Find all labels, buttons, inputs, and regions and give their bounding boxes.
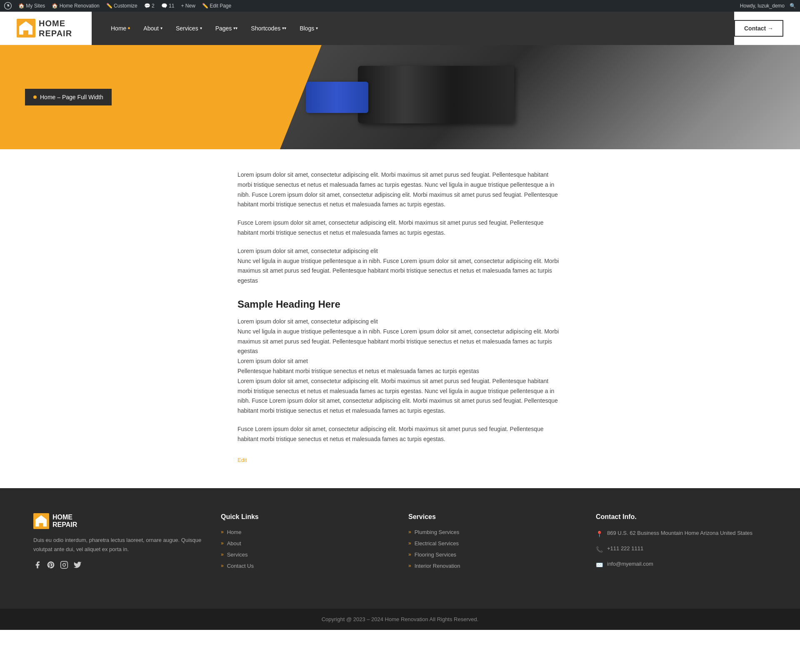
footer-link-electrical[interactable]: » Electrical Services xyxy=(408,540,579,547)
chevron-icon: » xyxy=(408,540,411,546)
instagram-icon xyxy=(60,561,68,569)
content-para-3: Lorem ipsum dolor sit amet, consectetur … xyxy=(238,246,562,286)
social-facebook[interactable] xyxy=(33,561,42,570)
pinterest-icon xyxy=(47,561,55,569)
footer-quick-links-list: » Home » About » Services xyxy=(221,529,392,569)
footer-quick-link-home: » Home xyxy=(221,529,392,535)
admin-bar: 🏠 My Sites 🏠 Home Renovation ✏️ Customiz… xyxy=(0,0,800,12)
footer-logo: HOME REPAIR xyxy=(33,513,204,529)
nav-services-arrow: ▾ xyxy=(200,26,202,30)
content-para-1: Lorem ipsum dolor sit amet, consectetur … xyxy=(238,170,562,210)
footer-link-plumbing[interactable]: » Plumbing Services xyxy=(408,529,579,535)
admin-bar-home-renovation[interactable]: 🏠 Home Renovation xyxy=(52,3,99,9)
contact-button[interactable]: Contact → xyxy=(734,20,783,37)
svg-rect-6 xyxy=(61,561,68,568)
footer-link-services[interactable]: » Services xyxy=(221,552,392,558)
footer-social xyxy=(33,561,204,570)
chevron-icon: » xyxy=(221,529,224,535)
nav-services[interactable]: Services▾ xyxy=(169,12,209,45)
chevron-icon: » xyxy=(408,552,411,557)
copyright-text: Copyright @ 2023 – 2024 Home Renovation … xyxy=(322,616,479,622)
nav-shortcodes[interactable]: Shortcodes▾▾ xyxy=(244,12,293,45)
footer-contact-phone: 📞 +111 222 1111 xyxy=(596,544,767,554)
site-logo[interactable]: HOME REPAIR xyxy=(17,18,92,38)
social-instagram[interactable] xyxy=(60,561,68,570)
admin-bar-customize[interactable]: ✏️ Customize xyxy=(106,3,138,9)
breadcrumb-text: Home – Page Full Width xyxy=(40,94,103,100)
footer-services-heading: Services xyxy=(408,513,579,521)
footer-service-interior: » Interior Renovation xyxy=(408,563,579,569)
location-icon: 📍 xyxy=(596,530,603,539)
footer-contact-info: 📍 869 U.S. 62 Business Mountain Home Ari… xyxy=(596,529,767,569)
social-twitter[interactable] xyxy=(73,561,82,570)
edit-link[interactable]: Edit xyxy=(238,457,247,463)
footer-quick-link-services: » Services xyxy=(221,552,392,558)
content-heading: Sample Heading Here xyxy=(238,298,562,310)
main-content: Lorem ipsum dolor sit amet, consectetur … xyxy=(229,149,571,488)
chevron-icon: » xyxy=(221,540,224,546)
footer-link-interior[interactable]: » Interior Renovation xyxy=(408,563,579,569)
svg-rect-5 xyxy=(40,524,42,527)
footer-grid: HOME REPAIR Duis eu odio interdum, phare… xyxy=(33,513,767,575)
nav-about[interactable]: About▾ xyxy=(137,12,169,45)
facebook-icon xyxy=(33,561,42,569)
footer-bottom: Copyright @ 2023 – 2024 Home Renovation … xyxy=(0,609,800,630)
footer-service-flooring: » Flooring Services xyxy=(408,552,579,558)
hero-section: Home – Page Full Width xyxy=(0,45,800,149)
content-para-5: Fusce Lorem ipsum dolor sit amet, consec… xyxy=(238,424,562,444)
footer-address-text: 869 U.S. 62 Business Mountain Home Arizo… xyxy=(607,529,752,537)
breadcrumb-badge: Home – Page Full Width xyxy=(25,89,112,105)
breadcrumb-dot xyxy=(33,95,37,99)
footer-link-contact[interactable]: » Contact Us xyxy=(221,563,392,569)
main-nav: Home About▾ Services▾ Pages▾▾ Shortcodes… xyxy=(92,12,734,45)
svg-point-7 xyxy=(63,563,66,566)
footer-col-contact: Contact Info. 📍 869 U.S. 62 Business Mou… xyxy=(596,513,767,575)
footer-link-flooring[interactable]: » Flooring Services xyxy=(408,552,579,558)
footer-col-brand: HOME REPAIR Duis eu odio interdum, phare… xyxy=(33,513,204,575)
logo-icon xyxy=(17,19,35,38)
footer-quick-link-contact: » Contact Us xyxy=(221,563,392,569)
admin-bar-comments[interactable]: 🗨️ 11 xyxy=(161,3,175,9)
twitter-icon xyxy=(73,561,82,569)
footer-contact-address: 📍 869 U.S. 62 Business Mountain Home Ari… xyxy=(596,529,767,539)
logo-line2: REPAIR xyxy=(39,28,72,38)
phone-icon: 📞 xyxy=(596,545,603,554)
nav-blogs[interactable]: Blogs▾ xyxy=(293,12,325,45)
social-pinterest[interactable] xyxy=(47,561,55,570)
admin-bar-wp-logo[interactable] xyxy=(4,2,12,10)
hero-pipe-visual xyxy=(280,45,800,149)
content-para-2: Fusce Lorem ipsum dolor sit amet, consec… xyxy=(238,218,562,238)
email-icon: ✉️ xyxy=(596,561,603,569)
hero-image xyxy=(280,45,800,149)
footer-service-electrical: » Electrical Services xyxy=(408,540,579,547)
footer-email-link[interactable]: info@myemail.com xyxy=(607,560,653,568)
chevron-icon: » xyxy=(221,563,224,569)
nav-home-dot xyxy=(128,27,130,29)
admin-bar-my-sites[interactable]: 🏠 My Sites xyxy=(18,3,45,9)
footer-link-about[interactable]: » About xyxy=(221,540,392,547)
footer-quick-links-heading: Quick Links xyxy=(221,513,392,521)
admin-bar-edit-page[interactable]: ✏️ Edit Page xyxy=(202,3,231,9)
chevron-icon: » xyxy=(221,552,224,557)
nav-about-arrow: ▾ xyxy=(160,26,162,30)
admin-bar-new[interactable]: + New xyxy=(181,3,195,9)
nav-pages[interactable]: Pages▾▾ xyxy=(209,12,245,45)
footer-services-list: » Plumbing Services » Electrical Service… xyxy=(408,529,579,569)
nav-home[interactable]: Home xyxy=(104,12,137,45)
admin-bar-search[interactable]: 🔍 xyxy=(790,3,796,9)
chevron-icon: » xyxy=(408,563,411,569)
footer-logo-line1: HOME xyxy=(52,514,77,521)
footer-logo-line2: REPAIR xyxy=(52,521,77,529)
chevron-icon: » xyxy=(408,529,411,535)
footer-logo-icon xyxy=(33,513,49,529)
nav-pages-arrow: ▾▾ xyxy=(233,26,238,30)
footer-link-home[interactable]: » Home xyxy=(221,529,392,535)
svg-rect-2 xyxy=(24,31,28,35)
admin-bar-comments-bubble[interactable]: 💬 2 xyxy=(144,3,155,9)
footer-description: Duis eu odio interdum, pharetra lectus l… xyxy=(33,536,204,554)
nav-blogs-arrow: ▾ xyxy=(316,26,318,30)
logo-line1: HOME xyxy=(39,18,72,28)
hero-content: Home – Page Full Width xyxy=(25,89,112,105)
site-footer: HOME REPAIR Duis eu odio interdum, phare… xyxy=(0,488,800,609)
content-para-4: Lorem ipsum dolor sit amet, consectetur … xyxy=(238,317,562,416)
